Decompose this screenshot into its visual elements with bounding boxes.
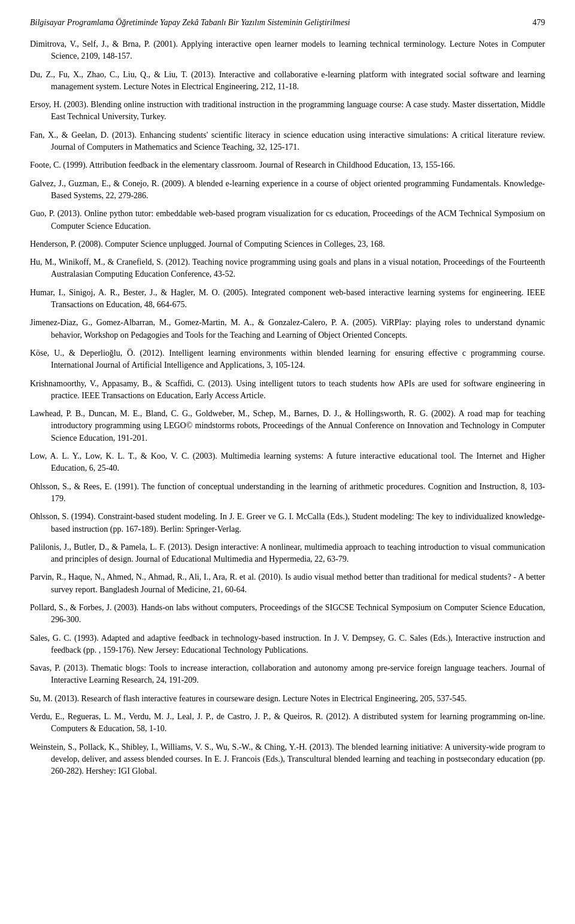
list-item: Humar, I., Sinigoj, A. R., Bester, J., &…: [30, 287, 545, 311]
list-item: Köse, U., & Deperlioğlu, Ö. (2012). Inte…: [30, 347, 545, 372]
list-item: Palilonis, J., Butler, D., & Pamela, L. …: [30, 541, 545, 566]
list-item: Fan, X., & Geelan, D. (2013). Enhancing …: [30, 129, 545, 154]
list-item: Ohlsson, S., & Rees, E. (1991). The func…: [30, 481, 545, 505]
list-item: Hu, M., Winikoff, M., & Cranefield, S. (…: [30, 256, 545, 281]
list-item: Dimitrova, V., Self, J., & Brna, P. (200…: [30, 38, 545, 63]
list-item: Jimenez-Diaz, G., Gomez-Albarran, M., Go…: [30, 317, 545, 341]
list-item: Low, A. L. Y., Low, K. L. T., & Koo, V. …: [30, 450, 545, 475]
list-item: Savas, P. (2013). Thematic blogs: Tools …: [30, 662, 545, 687]
list-item: Du, Z., Fu, X., Zhao, C., Liu, Q., & Liu…: [30, 69, 545, 93]
list-item: Parvin, R., Haque, N., Ahmed, N., Ahmad,…: [30, 571, 545, 596]
list-item: Ersoy, H. (2003). Blending online instru…: [30, 99, 545, 123]
list-item: Verdu, E., Regueras, L. M., Verdu, M. J.…: [30, 711, 545, 735]
list-item: Galvez, J., Guzman, E., & Conejo, R. (20…: [30, 178, 545, 202]
list-item: Pollard, S., & Forbes, J. (2003). Hands-…: [30, 602, 545, 626]
list-item: Weinstein, S., Pollack, K., Shibley, I.,…: [30, 741, 545, 778]
page-number: 479: [532, 18, 545, 28]
list-item: Ohlsson, S. (1994). Constraint-based stu…: [30, 511, 545, 535]
list-item: Foote, C. (1999). Attribution feedback i…: [30, 159, 545, 171]
header-title: Bilgisayar Programlama Öğretiminde Yapay…: [30, 18, 520, 28]
list-item: Krishnamoorthy, V., Appasamy, B., & Scaf…: [30, 378, 545, 402]
references-section: Dimitrova, V., Self, J., & Brna, P. (200…: [30, 38, 545, 778]
page: Bilgisayar Programlama Öğretiminde Yapay…: [0, 0, 575, 808]
list-item: Sales, G. C. (1993). Adapted and adaptiv…: [30, 632, 545, 657]
page-header: Bilgisayar Programlama Öğretiminde Yapay…: [30, 18, 545, 28]
list-item: Lawhead, P. B., Duncan, M. E., Bland, C.…: [30, 408, 545, 444]
list-item: Su, M. (2013). Research of flash interac…: [30, 693, 545, 705]
list-item: Guo, P. (2013). Online python tutor: emb…: [30, 208, 545, 232]
list-item: Henderson, P. (2008). Computer Science u…: [30, 238, 545, 250]
